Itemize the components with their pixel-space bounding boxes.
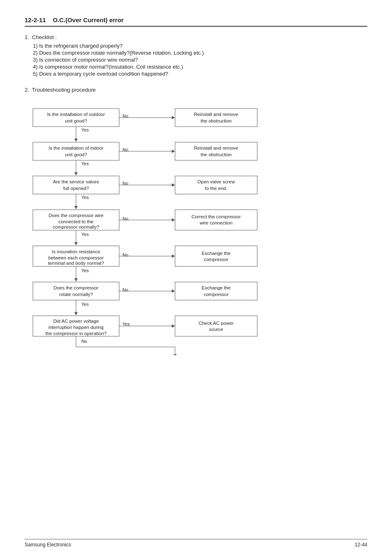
svg-text:Yes: Yes bbox=[81, 127, 89, 132]
svg-text:Correct the compressor: Correct the compressor bbox=[191, 214, 241, 219]
svg-text:Is insuration resistance: Is insuration resistance bbox=[52, 249, 100, 254]
svg-text:terminal and body normal?: terminal and body normal? bbox=[48, 261, 104, 266]
svg-text:compressor normally?: compressor normally? bbox=[53, 224, 99, 229]
svg-text:the obstruction: the obstruction bbox=[201, 152, 231, 157]
svg-marker-29 bbox=[172, 183, 175, 187]
troubleshooting-label: 2. Troubleshooting procedure bbox=[25, 87, 367, 93]
svg-rect-30 bbox=[175, 176, 257, 194]
svg-marker-35 bbox=[74, 206, 78, 209]
svg-text:unit good?: unit good? bbox=[65, 118, 87, 123]
svg-marker-61 bbox=[74, 278, 78, 282]
svg-text:Yes: Yes bbox=[81, 195, 89, 200]
svg-rect-62 bbox=[33, 282, 119, 300]
svg-marker-11 bbox=[74, 139, 78, 142]
svg-marker-73 bbox=[74, 312, 78, 315]
svg-rect-81 bbox=[175, 316, 257, 336]
footer: Samsung Electronics 12-44 bbox=[25, 539, 367, 548]
svg-text:rotate normally?: rotate normally? bbox=[59, 292, 93, 297]
checklist-item: 5) Does a temporary cycle overload condi… bbox=[33, 71, 367, 77]
svg-text:Does the compressor: Does the compressor bbox=[53, 285, 98, 290]
flowchart: Is the installation of outdoor unit good… bbox=[29, 100, 349, 356]
footer-right: 12-44 bbox=[355, 542, 367, 548]
flowchart-svg: Is the installation of outdoor unit good… bbox=[29, 100, 341, 355]
svg-marker-5 bbox=[172, 116, 175, 119]
svg-text:interruption happen during: interruption happen during bbox=[48, 325, 104, 330]
svg-marker-67 bbox=[172, 289, 175, 293]
svg-rect-43 bbox=[175, 210, 257, 230]
footer-left: Samsung Electronics bbox=[25, 542, 71, 548]
svg-rect-68 bbox=[175, 282, 257, 300]
svg-text:full opened?: full opened? bbox=[63, 186, 89, 191]
checklist-item: 1) Is the refrigerant charged properly? bbox=[33, 43, 367, 49]
svg-text:unit good?: unit good? bbox=[65, 152, 87, 157]
svg-text:Does the compressor wire: Does the compressor wire bbox=[48, 213, 104, 218]
svg-text:No: No bbox=[122, 216, 128, 221]
svg-text:Reinstall and remove: Reinstall and remove bbox=[194, 112, 238, 117]
svg-text:Exchange the: Exchange the bbox=[202, 251, 231, 256]
checklist-label: 1. Checklist : bbox=[25, 34, 367, 40]
svg-text:the compressor in operation?: the compressor in operation? bbox=[46, 331, 107, 336]
svg-marker-17 bbox=[172, 150, 175, 153]
svg-text:Yes: Yes bbox=[81, 302, 89, 307]
svg-text:Yes: Yes bbox=[81, 232, 89, 237]
svg-text:Exchange the: Exchange the bbox=[202, 285, 231, 290]
svg-marker-42 bbox=[172, 218, 175, 222]
svg-text:to the end.: to the end. bbox=[205, 186, 227, 191]
checklist-section: 1. Checklist : 1) Is the refrigerant cha… bbox=[25, 34, 367, 77]
checklist-item: 2) Does the compressor rotate normally?(… bbox=[33, 50, 367, 56]
svg-rect-6 bbox=[175, 109, 257, 127]
svg-marker-23 bbox=[74, 172, 78, 176]
checklist-item: 3) Is connection of compressor wire norm… bbox=[33, 57, 367, 63]
svg-text:wire connection: wire connection bbox=[199, 220, 233, 225]
svg-text:Open valve screw: Open valve screw bbox=[197, 179, 235, 184]
svg-text:Yes: Yes bbox=[81, 161, 89, 166]
checklist-list: 1) Is the refrigerant charged properly? … bbox=[25, 43, 367, 77]
svg-text:connected to the: connected to the bbox=[58, 219, 93, 224]
svg-text:Yes: Yes bbox=[122, 321, 130, 326]
svg-marker-88 bbox=[173, 354, 177, 355]
svg-text:Are the service valves: Are the service valves bbox=[53, 179, 99, 184]
svg-text:between each compressor: between each compressor bbox=[48, 255, 104, 260]
svg-rect-12 bbox=[33, 142, 119, 160]
svg-marker-80 bbox=[172, 324, 175, 328]
section-title: 12-2-11 O.C.(Over Current) error bbox=[25, 16, 367, 27]
checklist-item: 4) Is compressor motor normal?(Insulatio… bbox=[33, 64, 367, 70]
svg-text:Did AC power voltage: Did AC power voltage bbox=[53, 319, 99, 324]
svg-rect-0 bbox=[33, 109, 119, 127]
svg-text:compressor: compressor bbox=[204, 257, 228, 262]
svg-text:Check AC power: Check AC power bbox=[198, 321, 234, 326]
svg-text:the obstruction: the obstruction bbox=[201, 118, 231, 123]
svg-rect-18 bbox=[175, 142, 257, 160]
svg-text:No: No bbox=[122, 287, 128, 292]
svg-text:Is the installation of outdoor: Is the installation of outdoor bbox=[47, 112, 105, 117]
svg-marker-48 bbox=[74, 242, 78, 245]
svg-text:Reinstall and remove: Reinstall and remove bbox=[194, 146, 238, 150]
svg-text:Yes: Yes bbox=[81, 268, 89, 273]
svg-text:No: No bbox=[81, 339, 87, 344]
svg-text:compressor: compressor bbox=[204, 292, 228, 297]
svg-rect-24 bbox=[33, 176, 119, 194]
svg-text:source: source bbox=[209, 327, 224, 332]
svg-text:Is the installation of indoor: Is the installation of indoor bbox=[48, 146, 104, 150]
svg-rect-56 bbox=[175, 246, 257, 266]
svg-text:No: No bbox=[122, 252, 128, 257]
svg-marker-55 bbox=[172, 254, 175, 258]
